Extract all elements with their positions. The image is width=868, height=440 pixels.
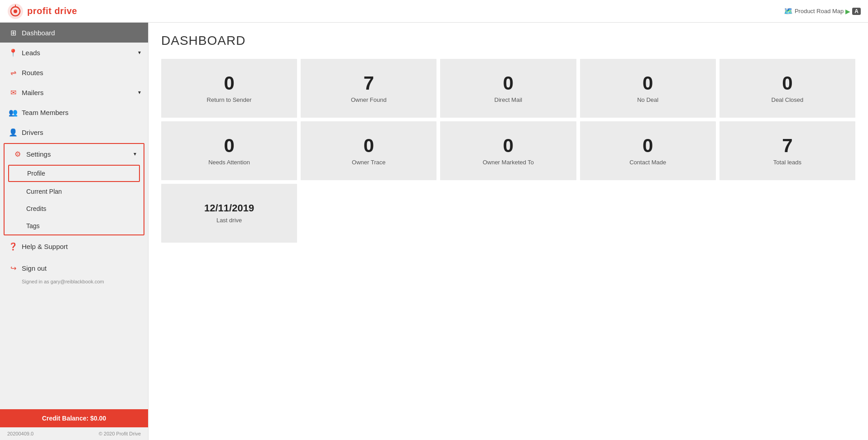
sidebar-item-signout[interactable]: ↪ Sign out <box>0 258 148 278</box>
content-area: DASHBOARD 0 Return to Sender 7 Owner Fou… <box>149 23 868 440</box>
sidebar-bottom: Credit Balance: $0.00 20200409.0 © 2020 … <box>0 409 148 440</box>
sidebar-sub-item-profile[interactable]: Profile <box>8 165 140 182</box>
footer-version: 20200409.0 <box>7 431 34 436</box>
sidebar-item-team-members[interactable]: 👥 Team Members <box>0 102 148 122</box>
play-icon: ▶ <box>845 8 850 15</box>
sidebar-item-label: Settings <box>26 150 51 158</box>
stat-card-owner-marketed-to[interactable]: 0 Owner Marketed To <box>440 121 576 180</box>
mailers-arrow: ▾ <box>138 89 141 96</box>
credit-balance-bar: Credit Balance: $0.00 <box>0 409 148 427</box>
stat-value: 0 <box>782 74 792 93</box>
stat-label: Last drive <box>216 217 242 224</box>
stat-label: Total leads <box>773 159 801 166</box>
footer-copyright: © 2020 Profit Drive <box>99 431 141 436</box>
stat-value: 7 <box>364 74 374 93</box>
sidebar-item-leads[interactable]: 📍 Leads ▾ <box>0 43 148 62</box>
sidebar-nav: ⊞ Dashboard 📍 Leads ▾ ⇌ Routes ✉ Mailers… <box>0 23 148 409</box>
stat-card-return-to-sender[interactable]: 0 Return to Sender <box>161 59 297 118</box>
stat-value: 0 <box>224 136 234 155</box>
stat-label: Contact Made <box>629 159 666 166</box>
sidebar-item-settings[interactable]: ⚙ Settings ▾ <box>5 144 144 164</box>
credits-label: Credits <box>26 205 46 212</box>
sidebar: ⊞ Dashboard 📍 Leads ▾ ⇌ Routes ✉ Mailers… <box>0 23 149 440</box>
stat-value: 0 <box>224 74 234 93</box>
stat-value: 7 <box>782 136 792 155</box>
product-road-map-label: Product Road Map <box>795 8 844 14</box>
stat-label: No Deal <box>637 96 658 103</box>
sidebar-item-label: Help & Support <box>22 243 68 250</box>
team-icon: 👥 <box>9 108 17 116</box>
sidebar-item-label: Mailers <box>22 89 43 96</box>
settings-section: ⚙ Settings ▾ Profile Current Plan Credit… <box>4 143 144 235</box>
top-bar: profit drive 🗺️ Product Road Map ▶ A <box>0 0 868 23</box>
sidebar-item-label: Routes <box>22 69 43 77</box>
main-layout: ⊞ Dashboard 📍 Leads ▾ ⇌ Routes ✉ Mailers… <box>0 23 868 440</box>
stat-label: Return to Sender <box>207 96 252 103</box>
product-road-map-link[interactable]: 🗺️ Product Road Map ▶ A <box>784 7 861 15</box>
logo-icon <box>7 3 24 19</box>
sidebar-item-label: Dashboard <box>22 29 55 37</box>
stat-row-3: 12/11/2019 Last drive <box>161 184 855 243</box>
stat-card-direct-mail[interactable]: 0 Direct Mail <box>440 59 576 118</box>
help-icon: ❓ <box>9 242 17 250</box>
stat-value: 0 <box>503 136 513 155</box>
sidebar-item-routes[interactable]: ⇌ Routes <box>0 62 148 82</box>
drivers-icon: 👤 <box>9 128 17 136</box>
mailers-icon: ✉ <box>9 88 17 96</box>
top-right-area: 🗺️ Product Road Map ▶ A <box>784 7 861 15</box>
stat-value: 0 <box>364 136 374 155</box>
stat-value: 0 <box>643 136 653 155</box>
profile-label: Profile <box>27 170 45 177</box>
signout-label: Sign out <box>22 264 47 272</box>
sidebar-item-drivers[interactable]: 👤 Drivers <box>0 122 148 142</box>
signed-in-text: Signed in as gary@reiblackbook.com <box>0 278 148 289</box>
stat-label: Deal Closed <box>772 96 804 103</box>
stat-label: Needs Attention <box>208 159 250 166</box>
dashboard-icon: ⊞ <box>9 29 17 37</box>
stat-label: Owner Found <box>351 96 387 103</box>
stat-row-2: 0 Needs Attention 0 Owner Trace 0 Owner … <box>161 121 855 180</box>
stat-card-last-drive[interactable]: 12/11/2019 Last drive <box>161 184 297 243</box>
stat-label: Owner Trace <box>352 159 385 166</box>
sidebar-sub-item-credits[interactable]: Credits <box>5 200 144 217</box>
stat-label: Owner Marketed To <box>483 159 534 166</box>
leads-arrow: ▾ <box>138 49 141 56</box>
stat-value: 0 <box>643 74 653 93</box>
logo-text: profit drive <box>27 6 77 16</box>
a-icon: A <box>852 8 861 15</box>
signout-icon: ↪ <box>9 264 17 272</box>
stat-card-owner-found[interactable]: 7 Owner Found <box>301 59 436 118</box>
stat-card-total-leads[interactable]: 7 Total leads <box>719 121 855 180</box>
sidebar-item-dashboard[interactable]: ⊞ Dashboard <box>0 23 148 43</box>
sign-out-area: ↪ Sign out Signed in as gary@reiblackboo… <box>0 256 148 291</box>
tags-label: Tags <box>26 222 40 230</box>
sidebar-sub-item-tags[interactable]: Tags <box>5 217 144 234</box>
sidebar-item-help[interactable]: ❓ Help & Support <box>0 236 148 256</box>
sidebar-item-label: Drivers <box>22 129 43 136</box>
stat-date-value: 12/11/2019 <box>204 203 254 213</box>
settings-arrow: ▾ <box>134 151 136 157</box>
stat-card-no-deal[interactable]: 0 No Deal <box>580 59 716 118</box>
stat-card-needs-attention[interactable]: 0 Needs Attention <box>161 121 297 180</box>
settings-icon: ⚙ <box>14 150 22 158</box>
stat-row-1: 0 Return to Sender 7 Owner Found 0 Direc… <box>161 59 855 118</box>
page-title: DASHBOARD <box>161 33 855 48</box>
sidebar-footer: 20200409.0 © 2020 Profit Drive <box>0 427 148 440</box>
sidebar-sub-item-current-plan[interactable]: Current Plan <box>5 183 144 200</box>
stat-label: Direct Mail <box>494 96 522 103</box>
sidebar-item-label: Leads <box>22 49 40 57</box>
sidebar-item-label: Team Members <box>22 109 68 116</box>
svg-point-2 <box>14 10 17 13</box>
dashboard-grid: 0 Return to Sender 7 Owner Found 0 Direc… <box>161 59 855 243</box>
stat-card-contact-made[interactable]: 0 Contact Made <box>580 121 716 180</box>
routes-icon: ⇌ <box>9 68 17 77</box>
roadmap-icon: 🗺️ <box>784 7 793 15</box>
stat-card-deal-closed[interactable]: 0 Deal Closed <box>719 59 855 118</box>
leads-icon: 📍 <box>9 48 17 57</box>
logo-area: profit drive <box>7 3 77 19</box>
sidebar-item-mailers[interactable]: ✉ Mailers ▾ <box>0 82 148 102</box>
stat-value: 0 <box>503 74 513 93</box>
stat-card-owner-trace[interactable]: 0 Owner Trace <box>301 121 436 180</box>
current-plan-label: Current Plan <box>26 188 62 195</box>
